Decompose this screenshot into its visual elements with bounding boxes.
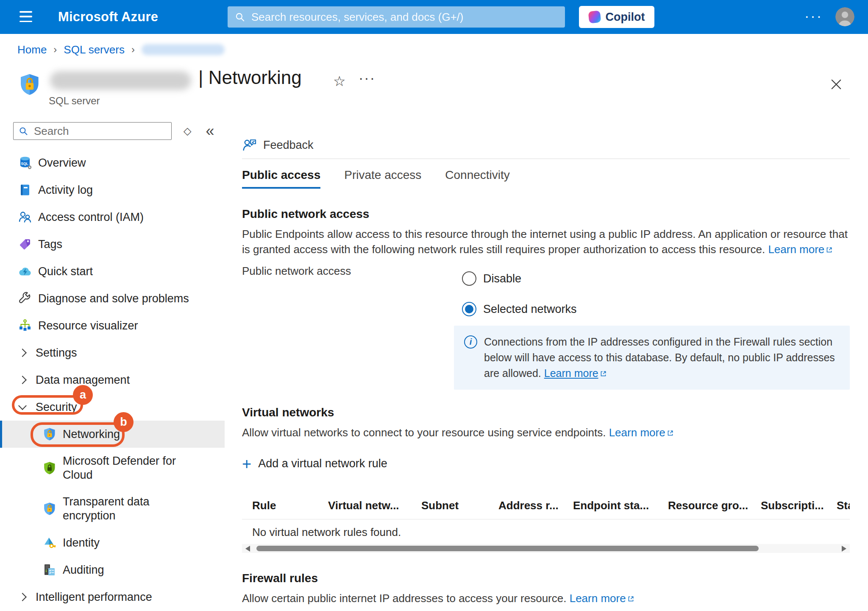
tab-public-access[interactable]: Public access: [242, 168, 320, 189]
info-learn-more-link[interactable]: Learn more: [544, 367, 607, 379]
hamburger-menu-icon[interactable]: [19, 11, 32, 22]
column-header-address-range[interactable]: Address r...: [498, 499, 573, 512]
horizontal-scrollbar[interactable]: [242, 544, 850, 553]
search-icon: [18, 126, 28, 136]
menu-view-toggle-icon[interactable]: ◇: [184, 125, 191, 137]
sql-database-icon: SQL: [18, 156, 32, 170]
close-blade-icon[interactable]: [829, 77, 843, 92]
sidebar-item-diagnose[interactable]: Diagnose and solve problems: [0, 285, 225, 312]
sidebar-item-access-control[interactable]: Access control (IAM): [0, 204, 225, 231]
global-search-box[interactable]: [228, 6, 565, 28]
quick-start-cloud-icon: [18, 264, 32, 279]
description-text: Public Endpoints allow access to this re…: [242, 228, 848, 256]
sidebar-item-defender[interactable]: Microsoft Defender for Cloud: [0, 448, 225, 488]
public-network-access-field: Public network access Disable Selected n…: [242, 264, 850, 390]
favorite-star-icon[interactable]: ☆: [333, 73, 346, 89]
sidebar-item-transparent-data-encryption[interactable]: Transparent data encryption: [0, 488, 225, 529]
title-more-icon[interactable]: ···: [359, 70, 376, 86]
networking-shield-lock-icon: [42, 427, 57, 441]
radio-button-checked[interactable]: [462, 302, 476, 316]
sidebar-item-label: Overview: [38, 156, 86, 170]
access-control-people-icon: [18, 210, 32, 224]
sidebar-search-box[interactable]: [13, 122, 172, 140]
sidebar-item-label: Microsoft Defender for Cloud: [63, 454, 186, 482]
firewall-info-box: i Connections from the IP addresses conf…: [454, 326, 850, 390]
column-header-state[interactable]: Sta: [837, 499, 850, 512]
column-header-resource-group[interactable]: Resource gro...: [668, 499, 761, 512]
sidebar-item-label: Resource visualizer: [38, 319, 138, 332]
sidebar-item-resource-visualizer[interactable]: Resource visualizer: [0, 312, 225, 339]
virtual-networks-description: Allow virtual networks to connect to you…: [242, 425, 850, 440]
column-header-rule[interactable]: Rule: [252, 499, 328, 512]
sidebar-group-settings[interactable]: Settings: [0, 339, 225, 366]
radio-button-unchecked[interactable]: [462, 271, 476, 286]
virtual-network-rules-table: Rule Virtual netw... Subnet Address r...…: [242, 499, 850, 553]
sidebar-group-data-management[interactable]: Data management: [0, 366, 225, 393]
tab-private-access[interactable]: Private access: [344, 168, 421, 189]
sidebar-item-auditing[interactable]: Auditing: [0, 556, 225, 583]
add-rule-label: Add a virtual network rule: [258, 457, 387, 470]
scroll-right-arrow-icon[interactable]: [842, 546, 846, 552]
sidebar-item-overview[interactable]: SQL Overview: [0, 149, 225, 176]
sidebar-item-label: Security: [36, 401, 77, 414]
radio-selected-networks[interactable]: Selected networks: [462, 302, 850, 316]
learn-more-link[interactable]: Learn more: [609, 426, 674, 439]
sidebar-item-identity[interactable]: Identity: [0, 529, 225, 556]
collapse-sidebar-icon[interactable]: «: [206, 127, 214, 135]
chevron-right-icon: [18, 376, 27, 384]
external-link-icon: [667, 430, 674, 437]
chevron-right-icon: [18, 349, 27, 357]
external-link-icon: [600, 370, 607, 377]
learn-more-link[interactable]: Learn more: [570, 592, 634, 605]
column-header-subscription[interactable]: Subscripti...: [761, 499, 837, 512]
scrollbar-thumb[interactable]: [256, 546, 759, 551]
table-header-row: Rule Virtual netw... Subnet Address r...…: [242, 499, 850, 512]
sidebar-item-label: Data management: [36, 374, 130, 387]
page-title-bar: | Networking ☆ ··· SQL server: [0, 67, 868, 119]
global-search-input[interactable]: [251, 11, 558, 24]
toolbar-divider: [242, 159, 850, 159]
person-icon: [835, 7, 854, 26]
sidebar-item-activity-log[interactable]: Activity log: [0, 176, 225, 204]
breadcrumb-home-link[interactable]: Home: [17, 43, 47, 56]
wrench-icon: [18, 291, 32, 306]
annotation-badge-b: b: [114, 412, 134, 432]
column-header-endpoint-status[interactable]: Endpoint sta...: [573, 499, 668, 512]
sidebar-item-quick-start[interactable]: Quick start: [0, 258, 225, 285]
add-virtual-network-rule-button[interactable]: + Add a virtual network rule: [242, 457, 387, 470]
sidebar-nav: SQL Overview Activity log Access control…: [0, 149, 225, 611]
account-avatar[interactable]: [835, 7, 854, 26]
topbar-more-icon[interactable]: ···: [804, 8, 823, 24]
resource-menu-sidebar: ◇ « SQL Overview Activity log Access con…: [0, 119, 225, 611]
breadcrumb: Home › SQL servers ›: [17, 43, 868, 56]
radio-label: Selected networks: [483, 303, 577, 316]
sidebar-group-intelligent-performance[interactable]: Intelligent performance: [0, 583, 225, 611]
sidebar-group-security[interactable]: Security: [0, 393, 225, 421]
annotation-badge-a: a: [73, 385, 93, 405]
column-header-subnet[interactable]: Subnet: [421, 499, 498, 512]
feedback-icon: [242, 137, 257, 153]
feedback-button[interactable]: Feedback: [242, 137, 314, 153]
info-text: Connections from the IP addresses config…: [484, 334, 840, 381]
breadcrumb-separator: ›: [131, 44, 135, 56]
empty-table-message: No virtual network rules found.: [242, 519, 850, 544]
scroll-left-arrow-icon[interactable]: [245, 546, 250, 552]
column-header-virtual-network[interactable]: Virtual netw...: [328, 499, 421, 512]
learn-more-link[interactable]: Learn more: [768, 243, 833, 256]
sql-server-shield-lock-icon: [19, 72, 41, 98]
resource-visualizer-icon: [18, 318, 32, 333]
external-link-icon: [826, 246, 833, 254]
field-label: Public network access: [242, 264, 454, 390]
sidebar-search-input[interactable]: [13, 122, 172, 140]
svg-text:SQL: SQL: [21, 162, 28, 166]
copilot-button[interactable]: Copilot: [579, 6, 654, 28]
sidebar-item-tags[interactable]: Tags: [0, 231, 225, 258]
search-icon: [234, 11, 245, 22]
radio-disable[interactable]: Disable: [462, 271, 850, 286]
tab-connectivity[interactable]: Connectivity: [445, 168, 510, 189]
sidebar-item-label: Networking: [63, 428, 120, 441]
breadcrumb-sql-servers-link[interactable]: SQL servers: [64, 43, 125, 56]
firewall-rules-description: Allow certain public internet IP address…: [242, 591, 850, 606]
sidebar-item-networking[interactable]: Networking: [0, 421, 225, 448]
identity-pyramid-key-icon: [42, 536, 57, 550]
